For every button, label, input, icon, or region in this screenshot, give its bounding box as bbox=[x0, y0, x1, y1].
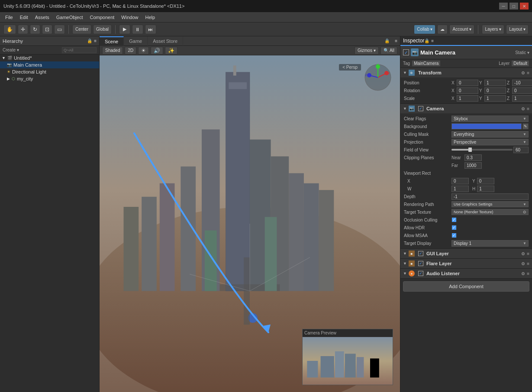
view-menu-icon[interactable]: ≡ bbox=[392, 39, 400, 43]
vp-y-input[interactable] bbox=[477, 178, 494, 184]
fov-input[interactable] bbox=[513, 147, 529, 153]
background-color-swatch[interactable] bbox=[451, 123, 522, 129]
hier-item-dirlight[interactable]: ☀ Directional Light bbox=[0, 68, 99, 75]
inspector-lock-icon[interactable]: 🔒 bbox=[424, 39, 429, 43]
pos-z-input[interactable] bbox=[512, 80, 532, 86]
tab-assetstore[interactable]: Asset Store bbox=[148, 36, 183, 46]
hierarchy-menu-icon[interactable]: ≡ bbox=[94, 39, 97, 43]
rot-y-input[interactable] bbox=[484, 87, 506, 94]
audio-listener-settings-icon[interactable]: ⚙ bbox=[521, 271, 525, 276]
rot-x-input[interactable] bbox=[457, 87, 478, 94]
allow-msaa-checkbox[interactable]: ✓ bbox=[451, 233, 457, 238]
vp-x-input[interactable] bbox=[451, 178, 469, 184]
menu-assets[interactable]: Assets bbox=[32, 14, 53, 21]
occlusion-checkbox[interactable]: ✓ bbox=[451, 217, 457, 222]
menu-file[interactable]: File bbox=[2, 14, 16, 21]
hier-item-mycity[interactable]: ▶ ⬡ my_city bbox=[0, 75, 99, 82]
target-display-dropdown[interactable]: Display 1 ▼ bbox=[451, 240, 529, 247]
target-texture-dropdown[interactable]: None (Render Texture) ⊙ bbox=[451, 209, 529, 215]
camera-enabled[interactable]: ✓ bbox=[418, 106, 423, 111]
minimize-button[interactable]: ─ bbox=[499, 3, 508, 10]
account-button[interactable]: Account ▾ bbox=[449, 25, 474, 34]
close-button[interactable]: ✕ bbox=[520, 3, 529, 10]
pos-x-input[interactable] bbox=[457, 80, 478, 86]
gui-layer-settings-icon[interactable]: ⚙ bbox=[521, 251, 525, 256]
camera-settings-icon[interactable]: ⚙ bbox=[521, 106, 525, 111]
fov-slider-thumb[interactable] bbox=[468, 148, 472, 152]
scl-y-input[interactable] bbox=[484, 95, 506, 102]
hierarchy-untitled[interactable]: ▼ 🎬 Untitled* bbox=[0, 55, 99, 61]
layers-button[interactable]: Layers ▾ bbox=[482, 25, 504, 34]
menu-gameobject[interactable]: GameObject bbox=[53, 14, 87, 21]
target-texture-select[interactable]: ⊙ bbox=[523, 210, 526, 214]
scale-tool[interactable]: ⊡ bbox=[42, 25, 52, 34]
cloud-button[interactable]: ☁ bbox=[437, 25, 448, 34]
depth-input[interactable] bbox=[451, 193, 529, 200]
flare-layer-menu-icon[interactable]: ≡ bbox=[527, 261, 529, 266]
clear-flags-dropdown[interactable]: Skybox ▼ bbox=[451, 116, 529, 122]
camera-header[interactable]: ▼ 📷 ✓ Camera ⚙ ≡ bbox=[400, 104, 532, 113]
flare-layer-enabled[interactable]: ✓ bbox=[418, 261, 423, 266]
rotate-tool[interactable]: ↻ bbox=[30, 25, 40, 34]
inspector-menu-icon[interactable]: ≡ bbox=[431, 39, 434, 43]
center-button[interactable]: Center bbox=[72, 25, 91, 34]
menu-component[interactable]: Component bbox=[86, 14, 118, 21]
move-tool[interactable]: ✛ bbox=[18, 25, 28, 34]
step-button[interactable]: ⏭ bbox=[145, 25, 156, 34]
menu-window[interactable]: Window bbox=[118, 14, 142, 21]
rot-z-input[interactable] bbox=[512, 87, 532, 94]
hierarchy-search[interactable] bbox=[62, 47, 97, 53]
layer-value[interactable]: Default bbox=[511, 60, 529, 67]
scl-z-input[interactable] bbox=[512, 95, 532, 102]
hierarchy-create[interactable]: Create ▾ bbox=[0, 46, 99, 55]
maximize-button[interactable]: □ bbox=[509, 3, 518, 10]
tab-scene[interactable]: Scene bbox=[100, 36, 124, 46]
lighting-button[interactable]: ☀ bbox=[138, 47, 149, 55]
fx-button[interactable]: ✨ bbox=[165, 47, 177, 55]
near-input[interactable] bbox=[464, 154, 482, 161]
transform-settings-icon[interactable]: ⚙ bbox=[521, 71, 525, 75]
hierarchy-lock-icon[interactable]: 🔒 bbox=[87, 39, 92, 43]
gui-layer-menu-icon[interactable]: ≡ bbox=[527, 251, 529, 256]
gui-layer-enabled[interactable]: ✓ bbox=[418, 251, 423, 256]
audio-button[interactable]: 🔊 bbox=[151, 47, 163, 55]
projection-dropdown[interactable]: Perspective ▼ bbox=[451, 139, 529, 145]
tab-game[interactable]: Game bbox=[124, 36, 148, 46]
culling-mask-dropdown[interactable]: Everything ▼ bbox=[451, 131, 529, 138]
object-enabled-checkbox[interactable]: ✓ bbox=[403, 49, 409, 55]
audio-listener-header[interactable]: ▼ ● ✓ Audio Listener ⚙ ≡ bbox=[400, 269, 532, 278]
fov-slider[interactable] bbox=[451, 149, 513, 151]
color-edit-button[interactable]: ✎ bbox=[522, 123, 529, 129]
rendering-path-dropdown[interactable]: Use Graphics Settings ▼ bbox=[451, 201, 529, 207]
global-button[interactable]: Global bbox=[93, 25, 112, 34]
gizmos-button[interactable]: Gizmos ▾ bbox=[355, 47, 379, 55]
static-dropdown[interactable]: Static ▾ bbox=[515, 50, 529, 55]
view-lock-icon[interactable]: 🔒 bbox=[382, 39, 392, 43]
layout-button[interactable]: Layout ▾ bbox=[506, 25, 529, 34]
transform-menu-icon[interactable]: ≡ bbox=[527, 71, 529, 75]
pause-button[interactable]: ⏸ bbox=[132, 25, 143, 34]
camera-menu-icon[interactable]: ≡ bbox=[527, 106, 529, 111]
vp-h-input[interactable] bbox=[477, 186, 494, 192]
audio-listener-menu-icon[interactable]: ≡ bbox=[527, 271, 529, 276]
add-component-button[interactable]: Add Component bbox=[403, 281, 529, 292]
transform-header[interactable]: ▼ ⊕ Transform ⚙ ≡ bbox=[400, 68, 532, 77]
rect-tool[interactable]: ▭ bbox=[54, 25, 65, 34]
menu-help[interactable]: Help bbox=[142, 14, 158, 21]
collab-button[interactable]: Collab ▾ bbox=[414, 25, 435, 34]
hand-tool[interactable]: ✋ bbox=[3, 25, 16, 34]
shading-dropdown[interactable]: Shaded bbox=[102, 47, 123, 55]
menu-edit[interactable]: Edit bbox=[16, 14, 32, 21]
hier-item-maincamera[interactable]: 📷 Main Camera bbox=[0, 61, 99, 68]
search-all-button[interactable]: 🔍 All bbox=[380, 47, 397, 55]
2d-button[interactable]: 2D bbox=[125, 47, 136, 55]
audio-listener-enabled[interactable]: ✓ bbox=[418, 271, 423, 276]
tag-value[interactable]: MainCamera bbox=[412, 60, 441, 67]
scene-view[interactable]: X Y Z < Persp Camera Preview bbox=[100, 55, 400, 392]
flare-layer-settings-icon[interactable]: ⚙ bbox=[521, 261, 525, 266]
play-button[interactable]: ▶ bbox=[119, 25, 130, 34]
flare-layer-header[interactable]: ▼ ■ ✓ Flare Layer ⚙ ≡ bbox=[400, 259, 532, 268]
gui-layer-header[interactable]: ▼ ■ ✓ GUI Layer ⚙ ≡ bbox=[400, 249, 532, 258]
allow-hdr-checkbox[interactable]: ✓ bbox=[451, 225, 457, 230]
far-input[interactable] bbox=[464, 162, 482, 169]
